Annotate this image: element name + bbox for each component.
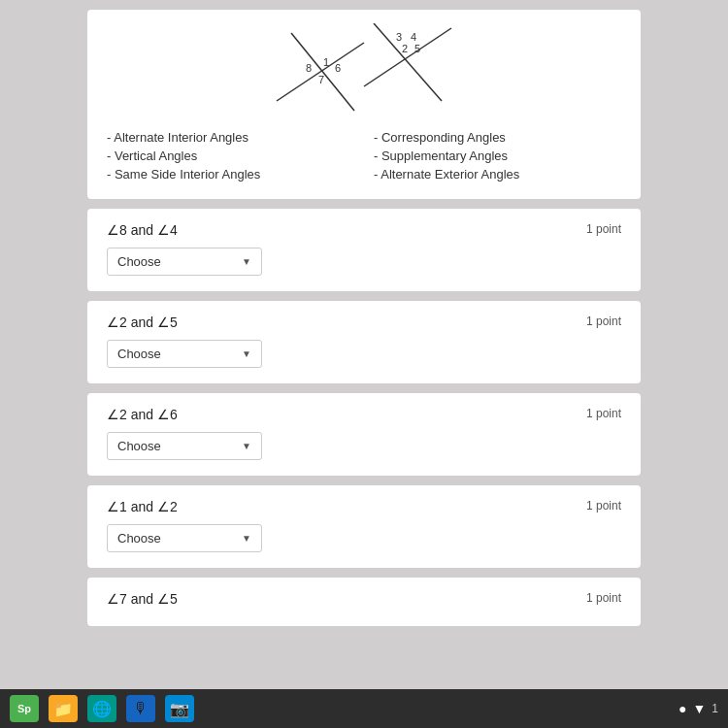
question-header-3: ∠2 and ∠6 1 point: [107, 407, 621, 422]
legend-item-2: - Corresponding Angles: [374, 130, 621, 145]
question-points-1: 1 point: [586, 222, 621, 236]
legend-item-4: - Supplementary Angles: [374, 149, 621, 163]
choose-label-1: Choose: [117, 254, 161, 269]
question-header-5: ∠7 and ∠5 1 point: [107, 591, 621, 607]
question-points-3: 1 point: [586, 407, 621, 420]
question-points-5: 1 point: [586, 591, 621, 605]
taskbar-app-browser[interactable]: 🌐: [87, 695, 116, 722]
taskbar-browser-icon: 🌐: [92, 700, 112, 718]
dropdown-arrow-3: ▼: [242, 441, 251, 451]
taskbar-mic-icon: 🎙: [133, 700, 149, 717]
question-label-4: ∠1 and ∠2: [107, 499, 178, 514]
taskbar-files-icon: 📁: [53, 700, 73, 718]
taskbar: Sp 📁 🌐 🎙 📷 ● ▼ 1: [0, 689, 728, 728]
svg-text:5: 5: [414, 43, 420, 54]
question-label-3: ∠2 and ∠6: [107, 407, 178, 422]
svg-text:4: 4: [411, 31, 416, 43]
battery-icon: ▼: [692, 701, 706, 716]
question-label-5: ∠7 and ∠5: [107, 591, 178, 607]
taskbar-right: ● ▼ 1: [678, 701, 718, 716]
dropdown-arrow-1: ▼: [242, 256, 251, 267]
choose-dropdown-3[interactable]: Choose ▼: [107, 432, 262, 460]
dropdown-arrow-4: ▼: [242, 533, 251, 544]
taskbar-app-sp[interactable]: Sp: [10, 695, 39, 722]
question-points-4: 1 point: [586, 499, 621, 513]
time-indicator: 1: [711, 702, 718, 715]
question-label-1: ∠8 and ∠4: [107, 222, 178, 238]
question-header-2: ∠2 and ∠5 1 point: [107, 314, 621, 330]
diagram-card: 1 6 8 7 3 4 2 5 - Alternate Interior Ang…: [87, 10, 641, 199]
svg-text:1: 1: [323, 56, 329, 68]
taskbar-camera-icon: 📷: [170, 700, 189, 718]
question-header-1: ∠8 and ∠4 1 point: [107, 222, 621, 238]
svg-text:2: 2: [402, 43, 408, 54]
svg-line-3: [364, 28, 451, 86]
svg-text:6: 6: [335, 62, 341, 74]
taskbar-app-camera[interactable]: 📷: [165, 695, 194, 722]
question-card-4: ∠1 and ∠2 1 point Choose ▼: [87, 485, 641, 568]
svg-text:3: 3: [396, 31, 402, 43]
dropdown-arrow-2: ▼: [242, 348, 251, 359]
legend-item-3: - Vertical Angles: [107, 149, 354, 163]
choose-label-4: Choose: [117, 531, 161, 546]
svg-line-2: [374, 23, 442, 101]
legend-item-5: - Same Side Interior Angles: [107, 167, 354, 182]
angle-legend: - Alternate Interior Angles - Correspond…: [107, 130, 621, 182]
question-points-2: 1 point: [586, 314, 621, 328]
choose-dropdown-1[interactable]: Choose ▼: [107, 248, 262, 276]
svg-text:7: 7: [318, 74, 324, 85]
taskbar-sp-label: Sp: [17, 703, 31, 714]
question-card-3: ∠2 and ∠6 1 point Choose ▼: [87, 393, 641, 476]
taskbar-status-icons: ● ▼ 1: [678, 701, 718, 716]
choose-dropdown-4[interactable]: Choose ▼: [107, 524, 262, 552]
choose-dropdown-2[interactable]: Choose ▼: [107, 340, 262, 368]
angle-diagram: 1 6 8 7 3 4 2 5: [238, 23, 490, 120]
svg-line-1: [277, 43, 364, 101]
legend-item-6: - Alternate Exterior Angles: [374, 167, 621, 182]
question-label-2: ∠2 and ∠5: [107, 314, 178, 330]
choose-label-3: Choose: [117, 439, 161, 453]
question-card-5: ∠7 and ∠5 1 point: [87, 578, 641, 626]
wifi-icon: ●: [678, 701, 686, 716]
question-card-1: ∠8 and ∠4 1 point Choose ▼: [87, 209, 641, 291]
svg-line-0: [291, 33, 354, 111]
choose-label-2: Choose: [117, 347, 161, 361]
content-area: 1 6 8 7 3 4 2 5 - Alternate Interior Ang…: [0, 0, 728, 689]
diagram-svg: 1 6 8 7 3 4 2 5: [107, 23, 621, 120]
question-card-2: ∠2 and ∠5 1 point Choose ▼: [87, 301, 641, 383]
legend-item-1: - Alternate Interior Angles: [107, 130, 354, 145]
taskbar-app-files[interactable]: 📁: [49, 695, 78, 722]
screen: 1 6 8 7 3 4 2 5 - Alternate Interior Ang…: [0, 0, 728, 728]
svg-text:8: 8: [306, 62, 312, 74]
taskbar-app-mic[interactable]: 🎙: [126, 695, 155, 722]
question-header-4: ∠1 and ∠2 1 point: [107, 499, 621, 514]
